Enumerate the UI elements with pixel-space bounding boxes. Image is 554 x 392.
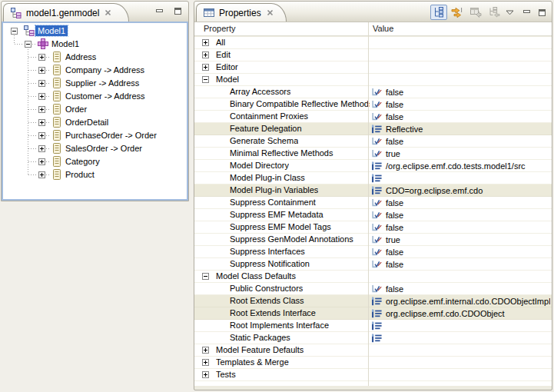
property-value: Reflective: [386, 125, 423, 134]
tree-guide-stub: [28, 96, 38, 97]
property-row-model-plug-in-variables[interactable]: Model Plug-in VariablesCDO=org.eclipse.e…: [194, 184, 552, 197]
property-row-suppress-interfaces[interactable]: Suppress Interfacesfalse: [194, 246, 552, 258]
value-cell[interactable]: CDO=org.eclipse.emf.cdo: [371, 184, 550, 197]
category-row-model[interactable]: Model: [194, 74, 552, 86]
property-row-root-extends-class[interactable]: Root Extends Classorg.eclipse.emf.intern…: [194, 295, 552, 307]
value-cell[interactable]: false: [371, 111, 550, 123]
property-name: Suppress Interfaces: [230, 247, 305, 256]
property-row-static-packages[interactable]: Static Packages: [194, 332, 552, 344]
property-name: Suppress EMF Model Tags: [230, 222, 331, 231]
value-cell[interactable]: false: [371, 197, 550, 209]
tree-item-label: PurchaseOrder -> Order: [63, 130, 159, 141]
property-row-suppress-emf-metadata[interactable]: Suppress EMF Metadatafalse: [194, 209, 552, 221]
property-row-containment-proxies[interactable]: Containment Proxiesfalse: [194, 111, 552, 123]
property-row-suppress-notification[interactable]: Suppress Notificationfalse: [194, 258, 552, 271]
expand-toggle-icon[interactable]: [38, 93, 45, 100]
show-advanced-button[interactable]: [449, 5, 466, 20]
property-row-root-extends-interface[interactable]: Root Extends Interfaceorg.eclipse.emf.cd…: [194, 307, 552, 320]
properties-minimize-button[interactable]: [519, 7, 533, 18]
value-cell[interactable]: false: [371, 86, 550, 98]
property-row-feature-delegation[interactable]: Feature DelegationReflective: [194, 123, 552, 135]
property-row-minimal-reflective-methods[interactable]: Minimal Reflective Methodstrue: [194, 148, 552, 160]
value-cell: [371, 61, 550, 74]
property-row-root-implements-interface[interactable]: Root Implements Interface: [194, 320, 552, 332]
properties-tab-close-icon[interactable]: [267, 9, 274, 16]
category-label: Model: [216, 75, 239, 84]
tree-item-model1[interactable]: Model1: [3, 25, 187, 38]
value-cell[interactable]: /org.eclipse.emf.cdo.tests.model1/src: [371, 160, 550, 172]
value-cell[interactable]: false: [371, 258, 550, 271]
collapse-toggle-icon[interactable]: [25, 41, 32, 48]
tree-guide-stub: [46, 70, 51, 71]
category-row-editor[interactable]: Editor: [194, 61, 552, 74]
expand-toggle-icon[interactable]: [38, 80, 45, 87]
expand-toggle-icon[interactable]: [38, 145, 45, 152]
value-cell[interactable]: [371, 320, 550, 332]
category-row-all[interactable]: All: [194, 37, 552, 49]
text-value-icon: [371, 297, 383, 306]
value-cell[interactable]: org.eclipse.emf.internal.cdo.CDOObjectIm…: [371, 295, 550, 307]
expand-toggle-icon[interactable]: [38, 158, 45, 165]
property-row-model-plug-in-class[interactable]: Model Plug-in Class: [194, 172, 552, 184]
editor-maximize-button[interactable]: [171, 5, 184, 17]
tree-guide-stub: [32, 44, 37, 45]
property-row-suppress-genmodel-annotations[interactable]: Suppress GenModel Annotationstrue: [194, 234, 552, 246]
class-icon: [51, 51, 63, 63]
property-row-model-directory[interactable]: Model Directory/org.eclipse.emf.cdo.test…: [194, 160, 552, 172]
expand-toggle-icon[interactable]: [38, 106, 45, 113]
collapse-toggle-icon[interactable]: [202, 273, 209, 280]
show-categories-button[interactable]: [430, 5, 447, 20]
property-row-suppress-containment[interactable]: Suppress Containmentfalse: [194, 197, 552, 209]
value-cell[interactable]: false: [371, 209, 550, 221]
value-cell[interactable]: [371, 332, 550, 344]
category-row-model-feature-defaults[interactable]: Model Feature Defaults: [194, 344, 552, 357]
value-cell[interactable]: true: [371, 148, 550, 160]
collapse-toggle-icon[interactable]: [202, 76, 209, 83]
tree-item-model1[interactable]: Model1: [3, 38, 187, 51]
expand-toggle-icon[interactable]: [38, 67, 45, 74]
property-row-generate-schema[interactable]: Generate Schemafalse: [194, 135, 552, 148]
editor-minimize-button[interactable]: [152, 5, 166, 17]
property-row-array-accessors[interactable]: Array Accessorsfalse: [194, 86, 552, 98]
tree-item-label: Product: [63, 169, 97, 180]
collapse-toggle-icon[interactable]: [11, 28, 18, 35]
property-name: Containment Proxies: [230, 111, 308, 121]
property-value: false: [386, 260, 403, 269]
expand-toggle-icon[interactable]: [38, 132, 45, 139]
value-cell[interactable]: [371, 172, 550, 184]
value-cell[interactable]: org.eclipse.emf.cdo.CDOObject: [371, 307, 550, 320]
value-cell[interactable]: true: [371, 234, 550, 246]
tree-guide-package: [28, 49, 28, 176]
category-row-templates-merge[interactable]: Templates & Merge: [194, 357, 552, 369]
boolean-value-icon: [371, 149, 383, 158]
property-row-binary-compatible-reflective-methods[interactable]: Binary Compatible Reflective Methodsfals…: [194, 98, 552, 111]
category-row-edit[interactable]: Edit: [194, 49, 552, 61]
value-cell[interactable]: false: [371, 246, 550, 258]
category-row-model-class-defaults[interactable]: Model Class Defaults: [194, 271, 552, 283]
editor-tab-model1-genmodel[interactable]: model1.genmodel: [3, 3, 129, 22]
expand-toggle-icon[interactable]: [202, 51, 209, 58]
expand-toggle-icon[interactable]: [202, 371, 209, 378]
expand-toggle-icon[interactable]: [202, 347, 209, 354]
expand-toggle-icon[interactable]: [202, 359, 209, 366]
properties-maximize-button[interactable]: [535, 7, 549, 18]
value-cell[interactable]: false: [371, 221, 550, 234]
expand-toggle-icon[interactable]: [202, 64, 209, 71]
expand-toggle-icon[interactable]: [38, 54, 45, 61]
property-value: false: [386, 88, 403, 97]
value-cell[interactable]: Reflective: [371, 123, 550, 135]
editor-tab-close-icon[interactable]: [104, 9, 111, 16]
expand-toggle-icon[interactable]: [202, 39, 209, 46]
property-value: org.eclipse.emf.cdo.CDOObject: [386, 309, 505, 318]
value-cell[interactable]: false: [371, 98, 550, 111]
value-cell[interactable]: false: [371, 283, 550, 295]
value-cell[interactable]: false: [371, 135, 550, 148]
property-row-public-constructors[interactable]: Public Constructorsfalse: [194, 283, 552, 295]
view-menu-button[interactable]: [504, 5, 515, 20]
property-row-suppress-emf-model-tags[interactable]: Suppress EMF Model Tagsfalse: [194, 221, 552, 234]
category-row-tests[interactable]: Tests: [194, 369, 552, 381]
expand-toggle-icon[interactable]: [38, 119, 45, 126]
properties-tab[interactable]: Properties: [196, 3, 287, 22]
class-icon: [51, 116, 63, 128]
expand-toggle-icon[interactable]: [38, 171, 45, 178]
